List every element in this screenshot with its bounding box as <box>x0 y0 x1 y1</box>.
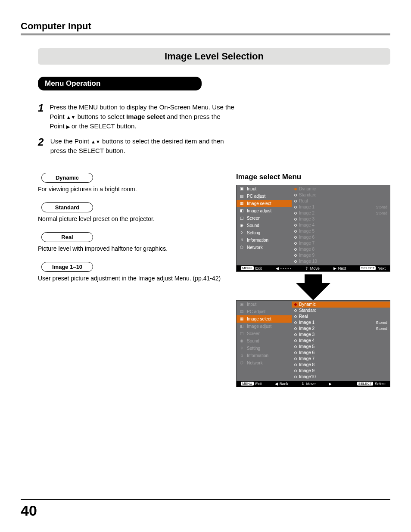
step-text: Press the MENU button to display the On-… <box>50 103 236 131</box>
right-icon: ▶ <box>329 382 332 386</box>
option-label: Image 6 <box>299 235 314 240</box>
image-option[interactable]: Image 5 <box>292 228 390 234</box>
option-label: Image 1 <box>299 205 314 209</box>
option-label: Image 2 <box>299 326 314 331</box>
right-heading: Image select Menu <box>236 173 390 181</box>
tag-desc: Picture level with improved halftone for… <box>38 245 236 252</box>
radio-icon <box>294 327 297 330</box>
menu-item-input[interactable]: ▣Input <box>237 185 292 193</box>
option-label: Image 2 <box>299 211 314 215</box>
menu-item-image-select[interactable]: ▦Image select◀ <box>237 315 292 323</box>
right-icon: ▶ <box>333 266 336 271</box>
image-option[interactable]: Image 7 <box>292 240 390 246</box>
menu-item-label: Image select <box>247 317 271 321</box>
menu-icon: ▣ <box>239 186 244 191</box>
option-label: Image 6 <box>299 350 314 355</box>
image-option[interactable]: Image 3 <box>292 216 390 222</box>
radio-icon <box>294 315 297 318</box>
menu-item-network[interactable]: ⬡Network <box>237 359 292 367</box>
image-option[interactable]: Image 6 <box>292 234 390 240</box>
image-option[interactable]: Image 7 <box>292 356 390 362</box>
menu-item-network[interactable]: ⬡Network <box>237 244 292 251</box>
image-option[interactable]: Dynamic <box>292 186 390 192</box>
image-option[interactable]: Dynamic <box>292 302 390 308</box>
menu-item-image-select[interactable]: ▦Image select▶ <box>237 200 292 207</box>
menu-item-label: Image adjust <box>247 208 271 213</box>
radio-icon <box>294 345 297 348</box>
image-option[interactable]: Image 5 <box>292 344 390 350</box>
image-option[interactable]: Real <box>292 314 390 320</box>
menu-icon: ▤ <box>239 193 244 199</box>
image-option[interactable]: Image 3 <box>292 332 390 338</box>
radio-icon <box>294 339 297 342</box>
menu-icon: ◫ <box>239 215 244 221</box>
radio-icon <box>294 352 297 354</box>
down-arrow-icon <box>296 283 330 300</box>
menu-item-input[interactable]: ▣Input <box>237 301 292 308</box>
image-option[interactable]: Image 10 <box>292 258 390 264</box>
image-option[interactable]: Image 4 <box>292 222 390 228</box>
menu-item-screen[interactable]: ◫Screen <box>237 215 292 222</box>
menu-item-label: Setting <box>247 346 260 351</box>
radio-icon <box>294 224 297 227</box>
menu-item-sound[interactable]: ◉Sound <box>237 337 292 345</box>
menu-item-label: Image adjust <box>247 324 271 329</box>
image-option[interactable]: Image 8 <box>292 246 390 252</box>
image-option[interactable]: Image 1Stored <box>292 320 390 326</box>
option-label: Image 3 <box>299 217 314 221</box>
menu-icon: ⬡ <box>239 360 244 365</box>
image-option[interactable]: Image 8 <box>292 362 390 368</box>
menu-item-pc-adjust[interactable]: ▤PC adjust <box>237 193 292 200</box>
menu-item-information[interactable]: ℹInformation <box>237 352 292 359</box>
radio-icon <box>294 218 297 221</box>
menu-icon: ◉ <box>239 338 244 343</box>
up-icon: ▲ <box>66 115 71 120</box>
menu-item-sound[interactable]: ◉Sound <box>237 222 292 229</box>
menu-icon: ◫ <box>239 331 244 336</box>
option-label: Image 1 <box>299 320 314 325</box>
menu-icon: ▦ <box>239 316 244 321</box>
radio-icon <box>294 200 297 202</box>
radio-icon <box>294 212 297 215</box>
menu-item-pc-adjust[interactable]: ▤PC adjust <box>237 308 292 315</box>
image-option[interactable]: Image 9 <box>292 368 390 374</box>
image-option[interactable]: Image 2Stored <box>292 326 390 332</box>
osd-footer-bar: MENUExit ◀- - - - - ⇕Move ▶Next SELECTNe… <box>237 265 390 271</box>
menu-icon: ▦ <box>239 201 244 206</box>
tag-standard: Standard <box>41 202 93 212</box>
tag-real: Real <box>41 232 93 242</box>
menu-icon: ⬡ <box>239 245 244 250</box>
menu-item-label: Network <box>247 245 263 250</box>
menu-item-information[interactable]: ℹInformation <box>237 236 292 244</box>
menu-item-image-adjust[interactable]: ◧Image adjust <box>237 323 292 330</box>
image-option[interactable]: Image 9 <box>292 252 390 258</box>
option-label: Real <box>299 199 308 203</box>
image-option[interactable]: Standard <box>292 308 390 314</box>
option-label: Image 9 <box>299 253 314 258</box>
image-option[interactable]: Image 6 <box>292 350 390 356</box>
image-option[interactable]: Image 1Stored <box>292 204 390 210</box>
menu-icon: ◉ <box>239 223 244 228</box>
menu-item-setting[interactable]: ◊Setting <box>237 229 292 236</box>
menu-item-image-adjust[interactable]: ◧Image adjust <box>237 207 292 215</box>
option-label: Image 10 <box>299 259 317 264</box>
menu-item-label: Screen <box>247 216 261 221</box>
menu-icon: ▣ <box>239 302 244 307</box>
menu-item-screen[interactable]: ◫Screen <box>237 330 292 337</box>
menu-item-label: PC adjust <box>247 309 265 314</box>
step-text: Use the Point ▲▼ buttons to select the d… <box>50 137 236 156</box>
image-option[interactable]: Real <box>292 198 390 204</box>
image-option[interactable]: Standard <box>292 192 390 198</box>
option-label: Image 5 <box>299 344 314 349</box>
radio-icon <box>294 236 297 239</box>
menu-item-setting[interactable]: ◊Setting <box>237 345 292 352</box>
image-option[interactable]: Image 4 <box>292 338 390 344</box>
step-1: 1 Press the MENU button to display the O… <box>38 103 236 131</box>
osd-screenshot-2: ▣Input▤PC adjust▦Image select◀◧Image adj… <box>236 300 390 387</box>
image-option[interactable]: Image 2Stored <box>292 210 390 216</box>
radio-icon <box>294 333 297 336</box>
menu-item-label: Setting <box>247 230 260 235</box>
menu-item-label: Input <box>247 302 256 307</box>
option-label: Standard <box>299 193 317 197</box>
image-option[interactable]: Image10 <box>292 374 390 380</box>
